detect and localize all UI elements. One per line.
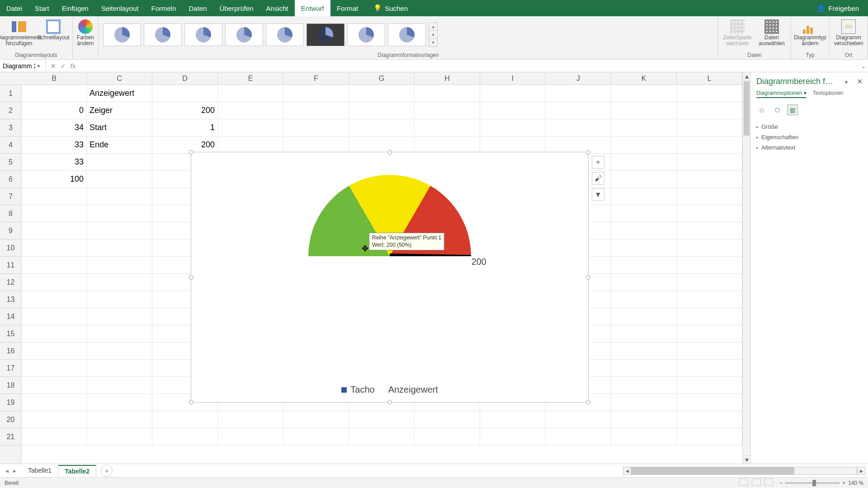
row-header-10[interactable]: 10 [0, 239, 21, 257]
cell-K17[interactable] [611, 360, 677, 377]
view-normal-button[interactable] [739, 479, 748, 486]
cell-B7[interactable] [22, 188, 87, 205]
cell-G1[interactable] [349, 85, 415, 102]
size-properties-icon[interactable]: ▥ [787, 104, 798, 115]
cell-H2[interactable] [415, 102, 480, 119]
cell-K12[interactable] [611, 274, 677, 291]
column-header-C[interactable]: C [87, 72, 152, 84]
column-header-J[interactable]: J [546, 72, 611, 84]
formula-bar-expand[interactable]: ⌄ [858, 62, 868, 70]
cell-B17[interactable] [22, 360, 87, 377]
cell-L17[interactable] [677, 360, 742, 377]
cell-J21[interactable] [546, 428, 611, 446]
row-header-5[interactable]: 5 [0, 154, 21, 171]
legend-item-anzeigewert[interactable]: Anzeigewert [388, 385, 438, 395]
tab-chart-options[interactable]: Diagrammoptionen ▾ [756, 90, 807, 98]
cell-L6[interactable] [677, 171, 742, 188]
resize-handle[interactable] [189, 275, 193, 280]
name-box-dropdown-icon[interactable]: ▾ [37, 62, 40, 70]
zoom-knob[interactable] [812, 480, 816, 486]
column-header-I[interactable]: I [480, 72, 546, 84]
chart-filters-button[interactable]: ▼ [592, 188, 604, 201]
cell-C1[interactable]: Anzeigewert [87, 85, 152, 102]
gallery-up[interactable]: ▴ [429, 23, 437, 31]
cell-B12[interactable] [22, 274, 87, 291]
chart-object[interactable]: + 🖌 ▼ 200 ✥ Reihe "Anzeigewert" Punkt 1 … [191, 152, 589, 403]
chart-style-3[interactable] [184, 23, 222, 46]
cell-L10[interactable] [677, 239, 742, 257]
cell-C13[interactable] [87, 291, 152, 308]
zoom-level[interactable]: 140 % [848, 480, 863, 486]
cell-L8[interactable] [677, 205, 742, 222]
row-header-8[interactable]: 8 [0, 205, 21, 222]
cell-C15[interactable] [87, 325, 152, 343]
resize-handle[interactable] [586, 400, 590, 404]
sheet-nav-first[interactable]: ◂ [5, 467, 9, 474]
cell-J1[interactable] [546, 85, 611, 102]
add-sheet-button[interactable]: + [101, 465, 113, 477]
column-header-H[interactable]: H [415, 72, 480, 84]
cell-L15[interactable] [677, 325, 742, 343]
scroll-thumb[interactable] [744, 81, 750, 136]
cell-E3[interactable] [218, 119, 283, 136]
formula-confirm-button[interactable]: ✓ [61, 62, 66, 70]
column-header-D[interactable]: D [152, 72, 218, 84]
cell-D3[interactable]: 1 [152, 119, 218, 136]
cell-H4[interactable] [415, 136, 480, 154]
formula-bar-input[interactable] [80, 60, 858, 72]
resize-handle[interactable] [387, 400, 392, 404]
cell-L7[interactable] [677, 188, 742, 205]
row-header-9[interactable]: 9 [0, 222, 21, 239]
sheet-nav-last[interactable]: ▸ [13, 467, 16, 474]
ribbon-tab-start[interactable]: Start [28, 0, 56, 16]
cell-C4[interactable]: Ende [87, 136, 152, 154]
cell-B14[interactable] [22, 308, 87, 325]
chart-style-5[interactable] [266, 23, 304, 46]
share-button[interactable]: 👤 Freigeben [808, 4, 868, 12]
cell-L16[interactable] [677, 343, 742, 360]
cell-H21[interactable] [415, 428, 480, 446]
cell-K21[interactable] [611, 428, 677, 446]
row-header-1[interactable]: 1 [0, 85, 21, 102]
cell-C10[interactable] [87, 239, 152, 257]
scroll-up-button[interactable]: ▴ [743, 72, 750, 80]
cell-L11[interactable] [677, 257, 742, 274]
vertical-scrollbar[interactable]: ▴ ▾ [742, 72, 750, 464]
cell-B10[interactable] [22, 239, 87, 257]
cell-K20[interactable] [611, 411, 677, 428]
cell-K2[interactable] [611, 102, 677, 119]
cell-H20[interactable] [415, 411, 480, 428]
cell-C6[interactable] [87, 171, 152, 188]
cell-K3[interactable] [611, 119, 677, 136]
chart-legend[interactable]: Tacho Anzeigewert [191, 385, 588, 395]
cell-G20[interactable] [349, 411, 415, 428]
cell-L14[interactable] [677, 308, 742, 325]
formula-cancel-button[interactable]: ✕ [51, 62, 56, 70]
cell-B4[interactable]: 33 [22, 136, 87, 154]
cell-K18[interactable] [611, 377, 677, 394]
cell-I1[interactable] [480, 85, 546, 102]
zoom-out-button[interactable]: − [779, 480, 783, 486]
change-chart-type-button[interactable]: Diagrammtyp ändern [794, 19, 826, 51]
cell-K10[interactable] [611, 239, 677, 257]
add-chart-element-button[interactable]: Diagrammelement hinzufügen [3, 19, 35, 51]
column-header-L[interactable]: L [677, 72, 742, 84]
gallery-more[interactable]: ▾ [429, 39, 437, 47]
column-header-G[interactable]: G [349, 72, 415, 84]
name-box[interactable]: ▾ [0, 60, 46, 72]
chart-style-2[interactable] [144, 23, 182, 46]
column-header-E[interactable]: E [218, 72, 283, 84]
cell-B5[interactable]: 33 [22, 154, 87, 171]
cell-L5[interactable] [677, 154, 742, 171]
cell-K1[interactable] [611, 85, 677, 102]
chart-elements-button[interactable]: + [592, 156, 604, 169]
cell-L19[interactable] [677, 394, 742, 411]
cell-C5[interactable] [87, 154, 152, 171]
section-properties[interactable]: Eigenschaften [756, 134, 863, 141]
cell-E1[interactable] [218, 85, 283, 102]
chart-styles-button[interactable]: 🖌 [592, 172, 604, 185]
ribbon-tab-daten[interactable]: Daten [183, 0, 213, 16]
cell-B2[interactable]: 0 [22, 102, 87, 119]
cell-K5[interactable] [611, 154, 677, 171]
cell-C3[interactable]: Start [87, 119, 152, 136]
